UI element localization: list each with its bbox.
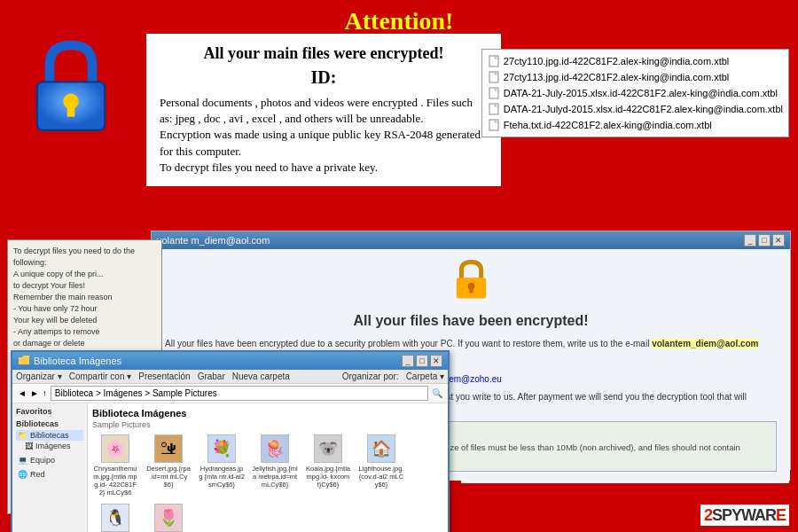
file-item-5: Fteha.txt.id-422C81F2.alex-king@india.co… <box>488 117 783 133</box>
svg-rect-2 <box>67 106 75 117</box>
minimize-button[interactable]: _ <box>744 234 756 246</box>
svg-rect-5 <box>489 88 498 98</box>
equipo-section: 💻 Equipo <box>16 455 83 466</box>
file-thumb-icon-6: 🏠 <box>367 434 395 463</box>
sidebar-red[interactable]: 🌐 Red <box>16 469 83 480</box>
file-thumb-name-2: Desert.jpg.{rpa .id=mt mLCy$6} <box>145 465 192 489</box>
maximize-button[interactable]: □ <box>758 234 771 246</box>
window-controls: _ □ ✕ <box>744 234 785 246</box>
lock-icon-area <box>18 35 133 160</box>
decrypt-body-text: All your files have been encrypted due t… <box>165 338 777 350</box>
explorer-toolbar: Organizar ▾ Compartir con ▾ Presentación… <box>12 370 448 384</box>
file-thumb-name-6: Lighthouse.jpg.{cov.d-al2 mLCy$6} <box>358 465 404 489</box>
explorer-sidebar: Favoritos Bibliotecas 📁 Bibliotecas 🖼 Im… <box>12 403 88 532</box>
encrypted-title: All your main files were encrypted! <box>160 44 488 63</box>
file-thumb-chrysanthemum: 🌸 Chrysanthemum.jpg.{mtla mpg.id- 422C81… <box>92 434 138 497</box>
file-icon-5 <box>488 119 500 131</box>
file-thumb-icon-8: 🌷 <box>154 504 183 532</box>
file-thumb-icon-2: 🏜 <box>154 434 183 463</box>
explorer-main-subtitle: Sample Pictures <box>92 420 443 429</box>
file-thumb-name-1: Chrysanthemum.jpg.{mtla mpg.id- 422C81F2… <box>92 465 138 497</box>
file-thumb-icon-3: 💐 <box>207 434 236 463</box>
search-button[interactable]: 🔍 <box>432 388 442 398</box>
decrypt-lock-icon <box>165 258 777 306</box>
file-item-4: DATA-21-Julyd-2015.xlsx.id-422C81F2.alex… <box>488 101 783 117</box>
svg-rect-3 <box>489 56 498 66</box>
file-list-popup: 27cty110.jpg.id-422C81F2.alex-king@india… <box>481 49 789 137</box>
explorer-title-area: Biblioteca Imágenes <box>18 355 121 367</box>
explorer-main-area: Biblioteca Imágenes Sample Pictures 🌸 Ch… <box>88 403 448 532</box>
favorites-section: Favoritos <box>16 407 83 416</box>
explorer-window-title: Biblioteca Imágenes <box>34 356 121 366</box>
explorer-main-title: Biblioteca Imágenes <box>92 408 443 419</box>
forward-button[interactable]: ► <box>30 388 39 398</box>
toolbar-new-folder[interactable]: Nueva carpeta <box>232 372 290 381</box>
file-thumb-name-3: Hydrangeas.jpg {mla ntr.id-al2 smCy$6} <box>199 465 245 489</box>
file-thumb-name-5: Koala.jpg.{mtla mpg.id- kxcomt}Cy$6} <box>305 465 351 489</box>
close-button[interactable]: ✕ <box>772 234 785 246</box>
lock-icon <box>18 35 124 142</box>
images-folder-icon: 🖼 <box>25 442 33 450</box>
file-thumb-icon-4: 🪼 <box>261 434 289 463</box>
main-ransomware-window: Attention! All your main files were encr… <box>0 0 798 532</box>
toolbar-share[interactable]: Compartir con ▾ <box>69 372 132 381</box>
file-item-3: DATA-21-July-2015.xlsx.id-422C81F2.alex-… <box>488 85 783 101</box>
description-text: Personal documents , photos and videos w… <box>160 95 488 176</box>
sidebar-imagenes[interactable]: 🖼 Imágenes <box>16 441 83 451</box>
address-bar[interactable]: Biblioteca > Imágenes > Sample Pictures <box>51 386 428 401</box>
main-content-panel: All your main files were encrypted! ID: … <box>146 34 501 186</box>
toolbar-presentation[interactable]: Presentación <box>138 372 190 381</box>
svg-rect-10 <box>469 288 473 293</box>
spyware-logo-area: 2SPYWARE <box>700 506 789 525</box>
attention-title: Attention! <box>345 7 454 35</box>
favorites-title: Favoritos <box>16 407 83 416</box>
explorer-window: Biblioteca Imágenes _ □ ✕ Organizar ▾ Co… <box>11 350 450 532</box>
address-bar-row: ◄ ► ↑ Biblioteca > Imágenes > Sample Pic… <box>12 384 448 403</box>
explorer-maximize-button[interactable]: □ <box>416 355 428 367</box>
file-item-2: 27cty113.jpg.id-422C81F2.alex-king@india… <box>488 69 783 85</box>
file-icon-4 <box>488 103 500 115</box>
libraries-title: Bibliotecas <box>16 419 83 428</box>
svg-rect-7 <box>489 120 498 130</box>
file-thumb-lighthouse: 🏠 Lighthouse.jpg.{cov.d-al2 mLCy$6} <box>358 434 404 497</box>
file-thumb-icon-5: 🐨 <box>314 434 342 463</box>
file-thumb-icon-7: 🐧 <box>101 504 129 532</box>
id-label: ID: <box>160 67 488 88</box>
file-thumb-koala: 🐨 Koala.jpg.{mtla mpg.id- kxcomt}Cy$6} <box>305 434 351 497</box>
toolbar-organize[interactable]: Organizar ▾ <box>16 372 62 381</box>
explorer-close-button[interactable]: ✕ <box>430 355 442 367</box>
sidebar-bibliotecas[interactable]: 📁 Bibliotecas <box>16 430 83 441</box>
explorer-minimize-button[interactable]: _ <box>402 355 414 367</box>
explorer-folder-icon <box>18 355 30 367</box>
explorer-titlebar: Biblioteca Imágenes _ □ ✕ <box>12 352 448 370</box>
file-icon-1 <box>488 55 500 67</box>
svg-rect-6 <box>489 104 498 114</box>
spyware-logo: 2SPYWARE <box>700 505 789 526</box>
file-thumb-hydrangeas: 💐 Hydrangeas.jpg {mla ntr.id-al2 smCy$6} <box>199 434 245 497</box>
up-button[interactable]: ↑ <box>43 388 47 398</box>
red-section: 🌐 Red <box>16 469 83 480</box>
sidebar-equipo[interactable]: 💻 Equipo <box>16 455 83 466</box>
toolbar-folder[interactable]: Carpeta ▾ <box>406 372 444 381</box>
svg-rect-4 <box>489 72 498 82</box>
computer-icon: 💻 <box>18 456 27 465</box>
files-grid: 🌸 Chrysanthemum.jpg.{mtla mpg.id- 422C81… <box>92 434 443 532</box>
decrypt-main-title: All your files have been encrypted! <box>165 313 777 329</box>
file-thumb-desert: 🏜 Desert.jpg.{rpa .id=mt mLCy$6} <box>145 434 192 497</box>
folder-icon: 📁 <box>18 431 27 440</box>
libraries-section: Bibliotecas 📁 Bibliotecas 🖼 Imágenes <box>16 419 83 451</box>
file-thumb-icon-1: 🌸 <box>101 434 129 463</box>
explorer-body: Favoritos Bibliotecas 📁 Bibliotecas 🖼 Im… <box>12 403 448 532</box>
toolbar-organize-by: Organizar por: <box>342 372 399 381</box>
file-thumb-penguins: 🐧 Penguins.jpg.{pmt mpa.id=mt mLCy$6} <box>92 504 138 532</box>
file-thumb-name-4: Jellyfish.jpg.{mla metrpa.id=mt mLCy$6} <box>252 465 298 489</box>
back-button[interactable]: ◄ <box>18 388 27 398</box>
small-lock-icon <box>451 258 491 302</box>
file-thumb-tulips: 🌷 Tulips.jpg.{pa.id=mt{ cow}Cy$6} <box>145 504 192 532</box>
file-icon-2 <box>488 71 500 83</box>
decrypt-window-titlebar: volante m_diem@aol.com _ □ ✕ <box>152 231 790 249</box>
email-highlight: volantem_diem@aol.com <box>652 339 758 348</box>
toolbar-grabar[interactable]: Grabar <box>198 372 225 381</box>
file-thumb-jellyfish: 🪼 Jellyfish.jpg.{mla metrpa.id=mt mLCy$6… <box>252 434 298 497</box>
file-icon-3 <box>488 87 500 99</box>
